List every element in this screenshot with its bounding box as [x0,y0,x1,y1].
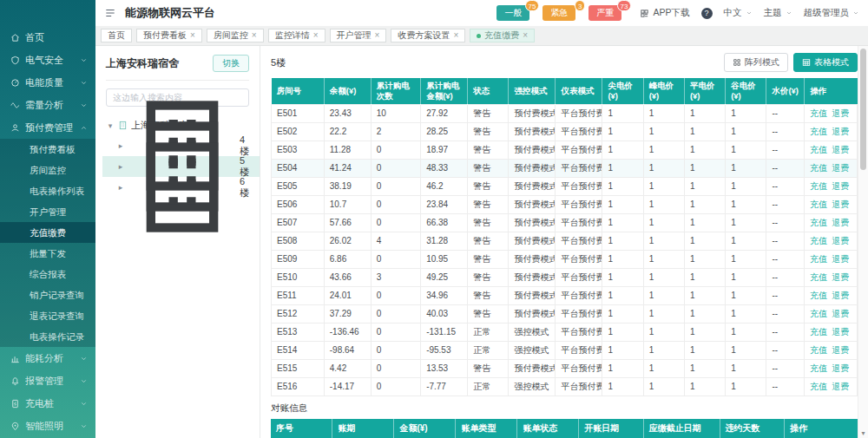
caret-down-icon[interactable]: ▾ [106,121,115,130]
caret-right-icon[interactable]: ▸ [116,141,125,150]
action-link-充值[interactable]: 充值 [810,181,827,191]
vertical-scrollbar[interactable]: ▾ [858,46,868,438]
sidebar-subitem-房间监控[interactable]: 房间监控 [0,160,95,180]
tab-首页[interactable]: 首页 [101,29,132,42]
sidebar-subitem-开户管理[interactable]: 开户管理 [0,201,95,222]
help-icon[interactable]: ? [701,8,713,19]
sidebar-item-报警管理[interactable]: 报警管理 [0,369,95,392]
action-link-充值[interactable]: 充值 [810,363,827,373]
mode-button-表格模式[interactable]: 表格模式 [793,53,858,72]
user-dropdown[interactable]: 超级管理员 [804,7,860,19]
sidebar-item-电气安全[interactable]: 电气安全 [0,49,95,71]
action-link-充值[interactable]: 充值 [810,127,827,136]
action-link-退费[interactable]: 退费 [832,382,849,391]
tab-房间监控[interactable]: 房间监控× [207,29,264,42]
action-link-退费[interactable]: 退费 [832,254,849,264]
action-link-充值[interactable]: 充值 [810,254,827,264]
action-link-充值[interactable]: 充值 [810,272,827,282]
action-link-充值[interactable]: 充值 [810,236,827,245]
action-link-退费[interactable]: 退费 [832,218,849,227]
action-link-退费[interactable]: 退费 [832,181,849,191]
tab-充值缴费[interactable]: 充值缴费× [470,29,535,42]
tab-收费方案设置[interactable]: 收费方案设置× [391,29,465,42]
action-link-充值[interactable]: 充值 [810,108,827,118]
table-cell: 预付费模式 [509,213,556,232]
sidebar-subitem-电表操作列表[interactable]: 电表操作列表 [0,180,95,201]
sidebar-item-预付费管理[interactable]: 预付费管理 [0,116,95,139]
alert-chip-urgent[interactable]: 紧急3 [542,5,575,21]
action-link-充值[interactable]: 充值 [810,309,827,318]
language-dropdown[interactable]: 中文 [724,7,753,19]
sidebar-subitem-销户记录查询[interactable]: 销户记录查询 [0,284,95,305]
action-link-退费[interactable]: 退费 [832,272,849,282]
tab-开户管理[interactable]: 开户管理× [330,29,387,42]
sidebar-item-电能质量[interactable]: 电能质量 [0,71,95,94]
action-link-退费[interactable]: 退费 [832,291,849,300]
action-link-充值[interactable]: 充值 [810,327,827,337]
table-cell: E507 [272,213,325,232]
sidebar-item-首页[interactable]: 首页 [0,26,95,49]
sidebar-subitem-综合报表[interactable]: 综合报表 [0,264,95,284]
table-row: E5154.42013.53警告预付费模式平台预付费1111--充值退费 [272,359,858,377]
switch-button[interactable]: 切换 [213,55,249,72]
column-header: 账单状态 [517,419,579,438]
sidebar-item-充电桩[interactable]: 充电桩 [0,392,95,415]
action-link-充值[interactable]: 充值 [810,163,827,173]
column-header: 序号 [271,419,332,438]
table-cell: -- [766,341,805,359]
app-download-label: APP下载 [653,7,689,19]
table-cell: 1 [726,341,766,359]
action-link-充值[interactable]: 充值 [810,382,827,391]
app-download-link[interactable]: APP下载 [640,7,689,19]
action-link-退费[interactable]: 退费 [832,345,849,355]
action-link-充值[interactable]: 充值 [810,145,827,154]
menu-toggle-icon[interactable] [104,7,116,19]
tab-close-icon[interactable]: × [190,31,195,40]
sidebar-subitem-批量下发[interactable]: 批量下发 [0,243,95,264]
billing-table-header-row: 序号账期金额(¥)账单类型账单状态开账日期应缴截止日期违约天数操作 [271,419,858,438]
scrollbar-thumb[interactable] [860,49,866,170]
alert-label: 紧急 [550,8,568,17]
tree-item-6楼[interactable]: ▸6楼 [102,177,260,198]
theme-dropdown[interactable]: 主题 [764,7,792,19]
sidebar-item-能耗分析[interactable]: 能耗分析 [0,347,95,369]
table-row: E51124.01034.96警告预付费模式平台预付费1111--充值退费 [272,286,858,304]
tab-close-icon[interactable]: × [523,31,528,40]
sidebar-subitem-电表操作记录[interactable]: 电表操作记录 [0,326,95,347]
action-link-退费[interactable]: 退费 [832,327,849,337]
caret-right-icon[interactable]: ▸ [116,162,125,171]
alert-chip-critical[interactable]: 严重73 [589,5,621,21]
action-link-充值[interactable]: 充值 [810,199,827,209]
tab-监控详情[interactable]: 监控详情× [268,29,326,42]
tab-close-icon[interactable]: × [313,31,319,40]
action-link-退费[interactable]: 退费 [832,236,849,245]
action-link-退费[interactable]: 退费 [832,199,849,209]
sidebar-subitem-充值缴费[interactable]: 充值缴费 [0,222,95,243]
table-cell-actions: 充值退费 [805,377,858,396]
tab-预付费看板[interactable]: 预付费看板× [136,29,202,42]
action-link-退费[interactable]: 退费 [832,163,849,173]
sidebar-subitem-退表记录查询[interactable]: 退表记录查询 [0,305,95,326]
action-link-充值[interactable]: 充值 [810,345,827,355]
sidebar-item-需量分析[interactable]: 需量分析 [0,94,95,116]
action-link-退费[interactable]: 退费 [832,309,849,318]
scrollbar-down-icon[interactable]: ▾ [858,429,868,437]
active-tab-dot [477,34,481,38]
action-link-充值[interactable]: 充值 [810,291,827,300]
action-link-退费[interactable]: 退费 [832,363,849,373]
alert-chip-general[interactable]: 一般75 [496,5,529,21]
tab-close-icon[interactable]: × [252,31,257,40]
caret-right-icon[interactable]: ▸ [116,183,125,192]
tab-label: 监控详情 [275,29,310,42]
sidebar-item-智能照明[interactable]: 智能照明 [0,415,95,437]
action-link-退费[interactable]: 退费 [832,145,849,154]
action-link-充值[interactable]: 充值 [810,218,827,227]
content-area: 上海安科瑞宿舍 切换 ▾ 上海安科瑞宿舍 ▸4楼▸5楼▸6楼 5楼 阵列模式表格… [95,46,868,438]
tab-close-icon[interactable]: × [375,31,380,40]
action-link-退费[interactable]: 退费 [832,127,849,136]
table-cell: 1 [726,268,766,286]
mode-button-阵列模式[interactable]: 阵列模式 [724,53,788,72]
action-link-退费[interactable]: 退费 [832,108,849,118]
sidebar-subitem-预付费看板[interactable]: 预付费看板 [0,139,95,160]
tab-close-icon[interactable]: × [453,31,458,40]
